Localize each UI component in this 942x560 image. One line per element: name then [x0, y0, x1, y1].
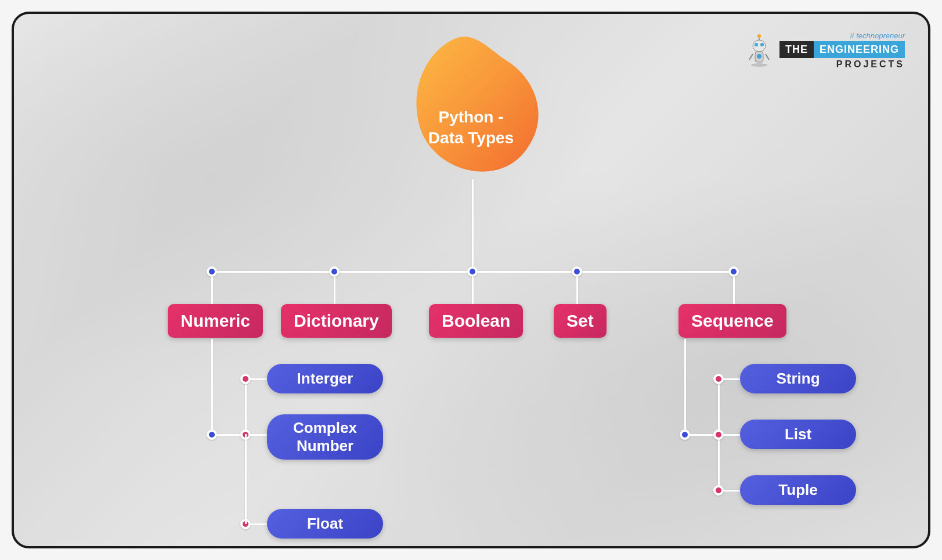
node-dot — [207, 266, 217, 277]
connector-line — [576, 277, 578, 306]
subtype-tuple: Tuple — [740, 475, 856, 505]
connector-line — [211, 277, 213, 306]
svg-line-7 — [749, 54, 753, 60]
connector-line — [250, 523, 267, 525]
svg-point-2 — [753, 40, 766, 52]
logo-word-projects: PROJECTS — [836, 59, 905, 70]
category-boolean: Boolean — [429, 304, 523, 338]
diagram-frame: # technopreneur THE ENGINEERING PROJECTS… — [12, 12, 930, 548]
logo-word-the: THE — [779, 41, 814, 58]
root-node: Python - Data Types — [390, 31, 553, 182]
subtype-float: Float — [267, 509, 383, 539]
connector-line — [250, 434, 267, 436]
robot-icon — [745, 33, 774, 68]
brand-logo: # technopreneur THE ENGINEERING PROJECTS — [745, 31, 905, 70]
connector-line — [723, 490, 740, 492]
connector-line — [472, 179, 474, 272]
svg-point-9 — [751, 63, 767, 67]
node-dot — [329, 266, 340, 277]
node-dot — [572, 266, 582, 277]
svg-point-6 — [757, 54, 761, 59]
logo-word-engineering: ENGINEERING — [814, 41, 905, 58]
logo-tagline: # technopreneur — [850, 31, 905, 40]
connector-line — [723, 434, 740, 436]
connector-line — [250, 378, 267, 380]
connector-line — [211, 339, 213, 435]
category-numeric: Numeric — [168, 304, 263, 338]
connector-line — [334, 277, 335, 306]
connector-line — [245, 434, 247, 524]
svg-point-0 — [757, 34, 761, 38]
root-title-line2: Data Types — [428, 129, 514, 147]
connector-line — [733, 277, 735, 306]
connector-line — [684, 339, 686, 435]
svg-line-8 — [766, 54, 769, 60]
node-dot — [467, 266, 478, 277]
subtype-complex-line1: Complex — [293, 419, 357, 436]
subtype-complex-line2: Number — [297, 437, 353, 454]
svg-point-3 — [755, 43, 758, 46]
subtype-complex-number: Complex Number — [267, 414, 383, 460]
category-sequence: Sequence — [678, 304, 786, 338]
connector-line — [472, 277, 474, 306]
subtype-list: List — [740, 420, 856, 449]
svg-point-4 — [760, 43, 764, 46]
category-set: Set — [554, 304, 607, 338]
root-title-line1: Python - — [438, 108, 503, 126]
subtype-string: String — [740, 364, 856, 393]
subtype-integer: Interger — [267, 364, 383, 393]
node-dot — [728, 266, 739, 277]
category-dictionary: Dictionary — [281, 304, 392, 338]
connector-line — [723, 378, 740, 380]
